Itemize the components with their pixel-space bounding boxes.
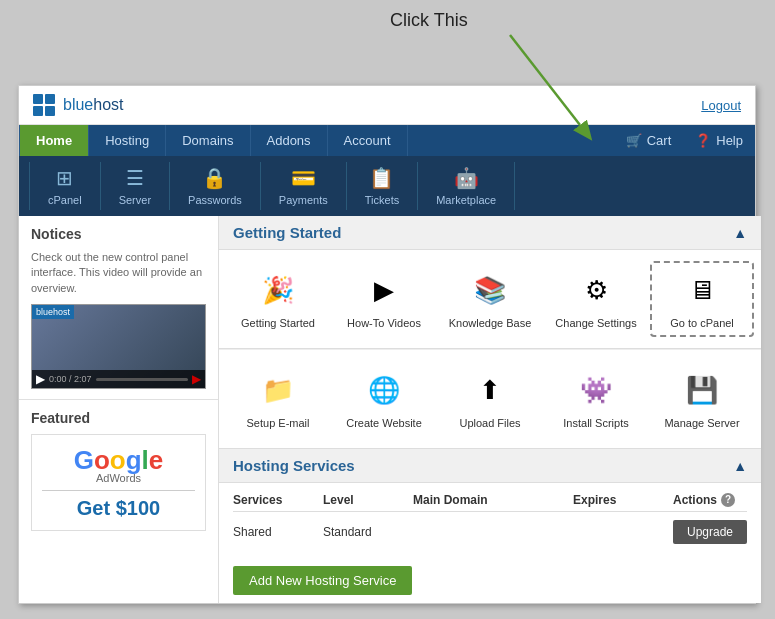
notices-section: Notices Check out the new control panel … [19,216,218,400]
logo-sq-3 [33,106,43,116]
nav-home[interactable]: Home [19,125,89,156]
create-website-icon: 🌐 [362,368,406,412]
nav-account[interactable]: Account [328,125,408,156]
iconbar-payments[interactable]: 💳 Payments [261,162,347,210]
logo-dark-part: host [93,96,123,113]
getting-started-collapse[interactable]: ▲ [733,225,747,241]
col-actions: Actions ? [673,493,747,507]
upload-files-icon: ⬆ [468,368,512,412]
hosting-table: Services Level Main Domain Expires Actio… [219,483,761,558]
cart-icon: 🛒 [626,133,642,148]
cpanel-label: cPanel [48,194,82,206]
add-hosting-button[interactable]: Add New Hosting Service [233,566,412,595]
row-actions: Upgrade [673,520,747,544]
help-icon: ❓ [695,133,711,148]
grid-change-settings[interactable]: ⚙ Change Settings [547,264,645,334]
adwords-label: AdWords [42,472,195,484]
install-scripts-label: Install Scripts [563,417,628,430]
grid-how-to-videos[interactable]: ▶ How-To Videos [335,264,433,334]
col-expires: Expires [573,493,673,507]
getting-started-header: Getting Started ▲ [219,216,761,250]
grid-getting-started[interactable]: 🎉 Getting Started [229,264,327,334]
getting-started-title: Getting Started [233,224,341,241]
passwords-label: Passwords [188,194,242,206]
install-scripts-icon: 👾 [574,368,618,412]
icon-bar: ⊞ cPanel ☰ Server 🔒 Passwords 💳 Payments… [19,156,755,216]
hosting-table-header: Services Level Main Domain Expires Actio… [233,493,747,512]
divider [42,490,195,491]
nav-help-button[interactable]: ❓ Help [683,125,755,156]
manage-server-label: Manage Server [664,417,739,430]
getting-started-row2: 📁 Setup E-mail 🌐 Create Website ⬆ Upload… [219,349,761,449]
featured-title: Featured [31,410,206,426]
col-domain: Main Domain [413,493,573,507]
grid-goto-cpanel[interactable]: 🖥 Go to cPanel [653,264,751,334]
google-letter-g2: g [126,445,142,475]
click-arrow [480,30,600,150]
knowledge-base-label: Knowledge Base [449,317,532,330]
payments-label: Payments [279,194,328,206]
svg-line-1 [510,35,580,125]
goto-cpanel-icon: 🖥 [680,268,724,312]
google-letter-l: l [142,445,149,475]
grid-knowledge-base[interactable]: 📚 Knowledge Base [441,264,539,334]
grid-create-website[interactable]: 🌐 Create Website [335,364,433,434]
row-level: Standard [323,525,413,539]
actions-info-icon[interactable]: ? [721,493,735,507]
play-button[interactable]: ▶ [36,372,45,386]
video-thumbnail[interactable]: bluehost ▶ 0:00 / 2:07 ▶ [31,304,206,389]
getting-started-label: Getting Started [241,317,315,330]
nav-bar: Home Hosting Domains Addons Account 🛒 Ca… [19,125,755,156]
nav-cart-button[interactable]: 🛒 Cart [614,125,684,156]
iconbar-server[interactable]: ☰ Server [101,162,170,210]
get100-text: Get $100 [42,497,195,520]
featured-section: Featured Google AdWords Get $100 [19,400,218,541]
hosting-services-collapse[interactable]: ▲ [733,458,747,474]
server-label: Server [119,194,151,206]
logo-sq-4 [45,106,55,116]
main-panel: bluehost Logout Home Hosting Domains Add… [18,85,756,604]
video-controls: ▶ 0:00 / 2:07 ▶ [32,370,205,388]
getting-started-icon: 🎉 [256,268,300,312]
logo-sq-2 [45,94,55,104]
notices-title: Notices [31,226,206,242]
col-level: Level [323,493,413,507]
change-settings-icon: ⚙ [574,268,618,312]
grid-manage-server[interactable]: 💾 Manage Server [653,364,751,434]
grid-upload-files[interactable]: ⬆ Upload Files [441,364,539,434]
upgrade-button[interactable]: Upgrade [673,520,747,544]
iconbar-marketplace[interactable]: 🤖 Marketplace [418,162,515,210]
marketplace-label: Marketplace [436,194,496,206]
tickets-label: Tickets [365,194,399,206]
nav-domains[interactable]: Domains [166,125,250,156]
nav-right: 🛒 Cart ❓ Help [614,125,755,156]
setup-email-icon: 📁 [256,368,300,412]
logout-button[interactable]: Logout [701,98,741,113]
google-letter-o1: o [94,445,110,475]
marketplace-icon: 🤖 [454,166,479,190]
nav-hosting[interactable]: Hosting [89,125,166,156]
iconbar-passwords[interactable]: 🔒 Passwords [170,162,261,210]
hosting-services-header: Hosting Services ▲ [219,449,761,483]
payments-icon: 💳 [291,166,316,190]
google-adwords-box[interactable]: Google AdWords Get $100 [31,434,206,531]
logo-squares-icon [33,94,55,116]
logo-sq-1 [33,94,43,104]
how-to-videos-label: How-To Videos [347,317,421,330]
grid-install-scripts[interactable]: 👾 Install Scripts [547,364,645,434]
cart-label: Cart [647,133,672,148]
nav-addons[interactable]: Addons [251,125,328,156]
google-letter-g: G [74,445,94,475]
goto-cpanel-label: Go to cPanel [670,317,734,330]
main-content: Getting Started ▲ 🎉 Getting Started ▶ Ho… [219,216,761,603]
tickets-icon: 📋 [369,166,394,190]
iconbar-cpanel[interactable]: ⊞ cPanel [29,162,101,210]
notices-text: Check out the new control panel interfac… [31,250,206,296]
iconbar-tickets[interactable]: 📋 Tickets [347,162,418,210]
grid-setup-email[interactable]: 📁 Setup E-mail [229,364,327,434]
cpanel-icon: ⊞ [56,166,73,190]
getting-started-row1: 🎉 Getting Started ▶ How-To Videos 📚 Know… [219,250,761,349]
click-this-annotation: Click This [390,10,468,31]
lock-icon: 🔒 [202,166,227,190]
change-settings-label: Change Settings [555,317,636,330]
